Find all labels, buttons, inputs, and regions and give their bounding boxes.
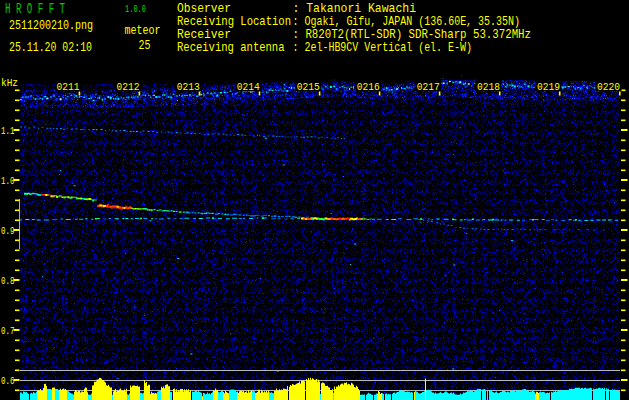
svg-text:0.6: 0.6 [1,374,15,387]
svg-text:0212: 0212 [117,80,140,93]
svg-text:0213: 0213 [177,80,200,93]
svg-text:25.11.20 02:10: 25.11.20 02:10 [9,40,92,55]
svg-text:0219: 0219 [537,80,560,93]
svg-text:kHz: kHz [1,76,18,89]
svg-text:0216: 0216 [357,80,380,93]
svg-text:0.7: 0.7 [1,324,15,337]
svg-text:0217: 0217 [417,80,440,93]
svg-text:0220: 0220 [597,80,620,93]
svg-text:0211: 0211 [57,80,80,93]
svg-text:: 2el-HB9CV Vertical (el. E-W): : 2el-HB9CV Vertical (el. E-W) [293,40,473,55]
svg-text:1.0.0: 1.0.0 [125,4,146,15]
svg-text:0.8: 0.8 [1,274,15,287]
svg-text:0218: 0218 [477,80,500,93]
svg-text:1.0: 1.0 [1,174,15,187]
svg-text:25: 25 [139,38,151,53]
svg-text:Receiving antenna: Receiving antenna [177,40,285,55]
svg-text:meteor: meteor [125,23,161,38]
svg-text:0.9: 0.9 [1,224,15,237]
svg-text:H R O F F T: H R O F F T [5,1,65,18]
svg-text:2511200210.png: 2511200210.png [9,18,93,33]
svg-text:0215: 0215 [297,80,320,93]
svg-text:0214: 0214 [237,80,260,93]
svg-text:1.1: 1.1 [1,124,15,137]
